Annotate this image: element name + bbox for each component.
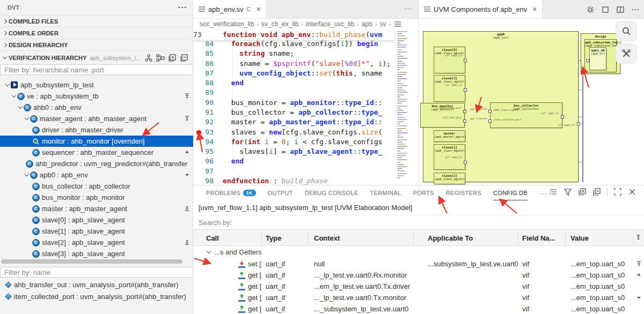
tab-uvm-components[interactable]: UVM Components of apb_env × bbox=[419, 0, 543, 18]
column-header-type[interactable]: Type bbox=[266, 230, 281, 246]
tools-button[interactable] bbox=[616, 44, 636, 63]
breadcrumb-item[interactable]: sv bbox=[380, 20, 386, 28]
tree-item-ahb_predictor[interactable]: Cahb_predictor : uvm_reg_predictor#(ahb_… bbox=[0, 158, 193, 169]
close-icon[interactable]: × bbox=[256, 5, 260, 13]
close-icon[interactable] bbox=[628, 188, 636, 196]
panel-tab-registers[interactable]: REGISTERS bbox=[446, 185, 481, 200]
maximize-icon[interactable] bbox=[613, 188, 622, 196]
sidebar-horizontal-scrollbar[interactable] bbox=[1, 259, 182, 264]
close-icon[interactable]: × bbox=[532, 5, 537, 13]
tree-item-apb_subsystem_lp_test[interactable]: apb_subsystem_lp_test bbox=[0, 79, 193, 91]
breadcrumb-item[interactable]: soc_verification_lib bbox=[200, 20, 254, 28]
panel-tab-terminal[interactable]: TERMINAL bbox=[370, 185, 401, 200]
jump-marker-icon[interactable] bbox=[184, 92, 190, 100]
table-row-get755[interactable]: get [755]uart_if..._lp_test.ve.uart0.Rx.… bbox=[193, 270, 644, 281]
tab-apb-env-sv[interactable]: apb_env.sv C × bbox=[193, 0, 267, 18]
table-row-get758[interactable]: get [758]uart_if..._subsystem_lp_test.ve… bbox=[193, 303, 644, 314]
port-item[interactable]: item_collected_port : uvm_analysis_port#… bbox=[0, 290, 193, 302]
breadcrumb-item[interactable]: apb bbox=[362, 20, 372, 28]
panel-tab-ports[interactable]: PORTS bbox=[413, 185, 434, 200]
jump-marker-icon[interactable] bbox=[635, 234, 641, 242]
column-header-call[interactable]: Call bbox=[206, 230, 219, 246]
column-separator[interactable] bbox=[565, 231, 566, 245]
column-separator[interactable] bbox=[633, 231, 634, 245]
jump-marker-icon[interactable] bbox=[184, 205, 190, 213]
diagram-box-master[interactable]: master(apb_master_agent) bbox=[434, 130, 465, 142]
sticky-scroll-line[interactable]: 73function void apb_env::build_phase(uvm bbox=[193, 29, 394, 41]
square-icon[interactable] bbox=[601, 5, 610, 14]
table-row-get757[interactable]: get [757]uart_if..._lp_test.ve.uart0.Tx.… bbox=[193, 292, 644, 303]
chevron-down-icon[interactable] bbox=[24, 174, 30, 176]
ellipsis-icon[interactable] bbox=[631, 5, 640, 14]
table-row-set1[interactable]: set [1]uart_ifnull...subsystem_lp_test.v… bbox=[193, 258, 644, 270]
jump-marker-icon[interactable] bbox=[636, 260, 642, 268]
tree-item-slave[3][interactable]: Cslave[3] : apb_slave_agent bbox=[0, 248, 193, 259]
column-header-fieldna[interactable]: Field Na... bbox=[522, 230, 555, 246]
split-icon[interactable] bbox=[616, 5, 625, 14]
tree-item-ve[interactable]: Cve : apb_subsystem_tb bbox=[0, 91, 193, 102]
sidebar-section-design-hierarchy[interactable]: DESIGN HIERARCHY bbox=[0, 39, 193, 50]
expand-all-icon[interactable] bbox=[578, 188, 587, 196]
hierarchy-filter-input[interactable] bbox=[0, 64, 193, 75]
tree-item-bus_monitor[interactable]: Cbus_monitor : apb_monitor bbox=[0, 192, 193, 203]
chevron-down-icon[interactable] bbox=[11, 95, 17, 97]
tree-item-slave[0][interactable]: Cslave[0] : apb_slave_agent bbox=[0, 214, 193, 226]
search-button[interactable] bbox=[616, 21, 636, 41]
column-header-applicableto[interactable]: Applicable To bbox=[428, 230, 473, 246]
filter-icon[interactable] bbox=[564, 188, 572, 196]
table-row-get756[interactable]: get [756]uart_if...em_lp_test.ve.uart0.T… bbox=[193, 281, 644, 292]
diagram-box-slave3[interactable]: slave[3](apb_slave_agent) bbox=[434, 75, 465, 102]
column-separator[interactable] bbox=[413, 231, 414, 245]
jump-marker-icon[interactable] bbox=[184, 238, 190, 246]
chevron-down-icon[interactable] bbox=[17, 107, 24, 108]
jump-marker-icon[interactable] bbox=[184, 171, 190, 179]
chevron-down-icon[interactable] bbox=[24, 118, 30, 119]
column-separator[interactable] bbox=[518, 231, 518, 245]
tree-item-slave[2][interactable]: Cslave[2] : apb_slave_agent bbox=[0, 237, 193, 248]
tree-item-sequencer[interactable]: Csequencer : ahb_master_sequencer bbox=[0, 147, 193, 158]
tree-item-driver[interactable]: Cdriver : ahb_master_driver bbox=[0, 124, 193, 136]
gear-icon[interactable] bbox=[586, 5, 595, 14]
tree-item-slave[1][interactable]: Cslave[1] : apb_slave_agent bbox=[0, 226, 193, 237]
linked-boxes-icon[interactable] bbox=[156, 54, 165, 62]
tree-item-monitor[interactable]: monitor : ahb_monitor [overriden] bbox=[0, 136, 193, 147]
uvm-diagram-canvas[interactable]: apb0(apb_env)slave[0](apb_slave_agent)sl… bbox=[419, 19, 644, 185]
expand-all-icon[interactable] bbox=[168, 54, 177, 62]
sidebar-section-compiled-files[interactable]: COMPILED FILES bbox=[0, 15, 193, 27]
panel-tab-config-db[interactable]: CONFIG DB bbox=[493, 185, 528, 200]
panel-tab-output[interactable]: OUTPUT bbox=[268, 185, 293, 200]
editor-more-actions-icon[interactable]: ··· bbox=[404, 4, 413, 12]
panel-tab-problems[interactable]: PROBLEMS1K bbox=[206, 185, 256, 200]
code-editor[interactable]: 84 foreach(cfg.slave_configs[i]) begin85… bbox=[193, 29, 418, 185]
chevron-down-icon[interactable] bbox=[4, 84, 11, 86]
ports-filter-input[interactable] bbox=[0, 267, 193, 278]
tree-item-master_agent[interactable]: Cmaster_agent : ahb_master_agent bbox=[0, 113, 193, 124]
sidebar-section-compile-order[interactable]: COMPILE ORDER bbox=[0, 27, 193, 39]
diagram-box-slave0[interactable]: slave[0](apb_slave_agent) bbox=[434, 47, 465, 73]
jump-marker-icon[interactable] bbox=[636, 271, 642, 279]
column-separator[interactable] bbox=[261, 231, 262, 245]
type-hierarchy-icon[interactable] bbox=[144, 54, 153, 62]
jump-marker-icon[interactable] bbox=[636, 294, 642, 302]
breadcrumb-item[interactable]: interface_uvc_lib bbox=[306, 20, 354, 28]
sidebar-menu-icon[interactable]: ··· bbox=[178, 3, 187, 12]
tree-item-bus_collector[interactable]: Cbus_collector : apb_collector bbox=[0, 181, 193, 192]
diagram-box-apbi[interactable]: apbi_m0(apb_if) bbox=[589, 47, 606, 70]
tree-item-ahb0[interactable]: Cahb0 : ahb_env bbox=[0, 102, 193, 113]
column-header-context[interactable]: Context bbox=[314, 230, 340, 246]
config-db-search-input[interactable] bbox=[193, 215, 644, 229]
tree-item-apb0[interactable]: Capb0 : apb_env bbox=[0, 169, 193, 181]
column-header-value[interactable]: Value bbox=[570, 230, 589, 246]
panel-more-tabs-icon[interactable]: ··· bbox=[539, 189, 548, 197]
breadcrumb-item[interactable]: sv_cb_ex_lib bbox=[261, 20, 298, 28]
diagram-box-slave2[interactable]: slave[2](apb_slave_agent) bbox=[434, 173, 465, 184]
verification-hierarchy-header[interactable]: VERIFICATION HIERARCHY apb_subsystem_l..… bbox=[0, 50, 193, 64]
collapse-all-icon[interactable] bbox=[180, 54, 188, 62]
column-separator[interactable] bbox=[308, 231, 308, 245]
tree-item-master[interactable]: Cmaster : apb_master_agent bbox=[0, 203, 193, 214]
panel-tab-debug-console[interactable]: DEBUG CONSOLE bbox=[305, 185, 358, 200]
list-icon[interactable] bbox=[549, 188, 558, 196]
breakpoint-icon[interactable] bbox=[196, 130, 201, 135]
jump-marker-icon[interactable] bbox=[184, 148, 190, 156]
table-group-row[interactable]: ...s and Getters bbox=[193, 246, 644, 258]
